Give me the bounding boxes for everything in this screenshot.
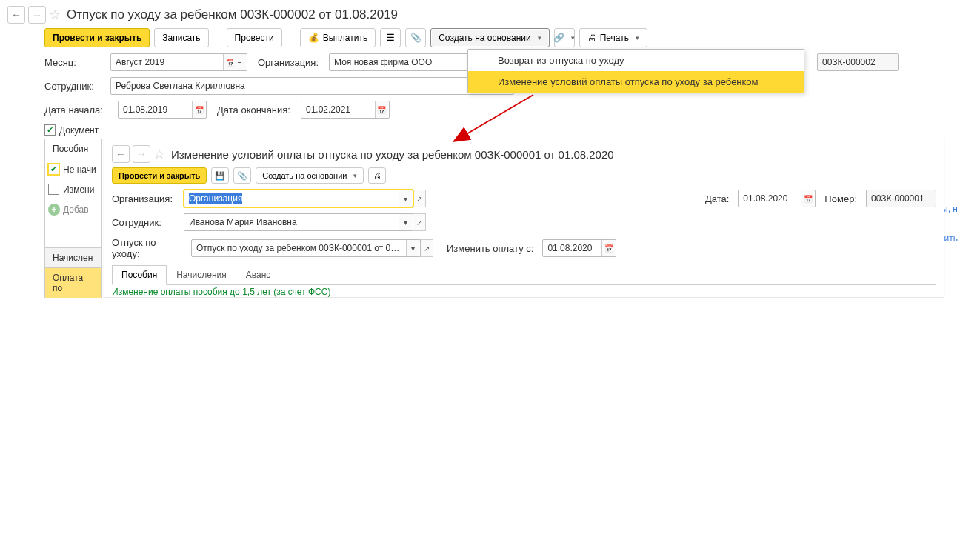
favorite-star-icon[interactable]: ☆ xyxy=(49,7,61,23)
post-button[interactable]: Провести xyxy=(227,28,282,47)
w2-back-button[interactable]: ← xyxy=(112,145,130,163)
w2-number-label: Номер: xyxy=(824,193,857,204)
create-based-dropdown: Возврат из отпуска по уходу Изменение ус… xyxy=(467,49,804,93)
dropdown-icon[interactable]: ▾ xyxy=(406,240,419,256)
dropdown-icon[interactable]: ▾ xyxy=(399,214,412,230)
start-date-label: Дата начала: xyxy=(44,104,107,116)
w2-forward-button[interactable]: → xyxy=(133,145,150,163)
w2-date-input[interactable]: 01.08.2020 📅 xyxy=(738,190,816,207)
calendar-icon[interactable]: 📅 xyxy=(601,240,615,256)
printer-icon: 🖨 xyxy=(373,171,381,180)
attach-icon-button[interactable]: 📎 xyxy=(405,28,426,47)
w2-save-icon-button[interactable]: 💾 xyxy=(211,167,229,184)
change-checkbox[interactable]: Измени xyxy=(48,184,99,195)
printer-icon: 🖨 xyxy=(587,33,596,43)
end-date-input[interactable]: 01.02.2021 📅 xyxy=(301,101,390,119)
w2-attach-icon-button[interactable]: 📎 xyxy=(233,167,251,184)
add-button-disabled: + Добав xyxy=(48,204,99,216)
calendar-icon[interactable]: 📅 xyxy=(375,101,388,118)
paperclip-icon: 📎 xyxy=(410,33,421,43)
save-icon: 💾 xyxy=(215,171,225,181)
forward-button[interactable]: → xyxy=(28,6,46,24)
w2-leave-label: Отпуск по уходу: xyxy=(112,237,182,259)
w2-create-based-button[interactable]: Создать на основании xyxy=(256,167,364,184)
create-based-on-button[interactable]: Создать на основании xyxy=(430,28,550,47)
w2-print-icon-button[interactable]: 🖨 xyxy=(368,167,386,184)
side-tab-accruals[interactable]: Начислен xyxy=(44,247,102,268)
org-input[interactable]: Моя новая фирма ООО xyxy=(329,53,473,71)
month-input[interactable]: Август 2019 📅 ÷ xyxy=(110,53,247,71)
w2-employee-input[interactable]: Иванова Мария Ивановна ▾ xyxy=(184,213,413,231)
side-tab-payment[interactable]: Оплата по xyxy=(44,267,102,298)
back-button[interactable]: ← xyxy=(7,6,25,24)
w2-date-label: Дата: xyxy=(705,193,729,204)
w2-number-display: 00ЗК-000001 xyxy=(866,190,936,207)
w2-employee-label: Сотрудник: xyxy=(112,217,175,228)
start-date-input[interactable]: 01.08.2019 📅 xyxy=(118,101,207,119)
dropdown-icon[interactable]: ▾ xyxy=(399,190,412,207)
pay-icon: 💰 xyxy=(308,33,319,43)
w2-change-from-input[interactable]: 01.08.2020 📅 xyxy=(542,239,616,257)
open-icon[interactable]: ↗ xyxy=(413,190,426,207)
number-display: 00ЗК-000002 xyxy=(817,53,899,71)
dropdown-item-change-conditions[interactable]: Изменение условий оплаты отпуска по уход… xyxy=(468,71,804,93)
w2-favorite-star-icon[interactable]: ☆ xyxy=(153,146,165,162)
list-icon-button[interactable]: ☰ xyxy=(380,28,401,47)
org-label: Организация: xyxy=(258,57,319,68)
cut-text-2: ить xyxy=(944,233,958,244)
print-button[interactable]: 🖨 Печать xyxy=(579,28,647,47)
side-tab-allowances[interactable]: Пособия xyxy=(44,139,102,159)
not-start-checkbox[interactable]: ✔ Не начи xyxy=(48,164,99,175)
link-icon: 🔗 xyxy=(553,33,564,43)
calendar-icon[interactable]: 📅 xyxy=(801,190,814,207)
w2-tab-allowances[interactable]: Пособия xyxy=(112,265,167,285)
month-label: Месяц: xyxy=(44,57,100,68)
w2-post-and-close-button[interactable]: Провести и закрыть xyxy=(112,167,207,184)
end-date-label: Дата окончания: xyxy=(217,104,290,116)
w2-leave-input[interactable]: Отпуск по уходу за ребенком 00ЗК-000001 … xyxy=(191,239,421,257)
document-checkbox[interactable]: ✔ Документ xyxy=(44,124,99,136)
employee-input[interactable]: Реброва Светлана Кирилловна xyxy=(110,77,514,95)
window2-title: Изменение условий оплаты отпуска по уход… xyxy=(171,148,614,161)
employee-label: Сотрудник: xyxy=(44,81,100,92)
pay-button[interactable]: 💰 Выплатить xyxy=(300,28,376,47)
window2: ← → ☆ Изменение условий оплаты отпуска п… xyxy=(104,139,944,298)
w2-org-label: Организация: xyxy=(112,193,175,204)
list-icon: ☰ xyxy=(387,33,395,43)
paperclip-icon: 📎 xyxy=(237,171,247,181)
plus-icon: + xyxy=(48,204,60,216)
w2-tab-advance[interactable]: Аванс xyxy=(236,265,281,284)
save-button[interactable]: Записать xyxy=(154,28,208,47)
dropdown-item-return[interactable]: Возврат из отпуска по уходу xyxy=(468,50,804,71)
w2-change-from-label: Изменить оплату с: xyxy=(447,243,533,254)
w2-section1-title: Изменение оплаты пособия до 1,5 лет (за … xyxy=(104,285,944,298)
w2-tab-accruals[interactable]: Начисления xyxy=(167,265,236,284)
spinner-icon[interactable]: ÷ xyxy=(233,54,246,70)
open-icon[interactable]: ↗ xyxy=(413,213,426,231)
open-icon[interactable]: ↗ xyxy=(420,239,433,257)
calendar-icon[interactable]: 📅 xyxy=(192,101,205,118)
link-button[interactable]: 🔗 xyxy=(554,28,575,47)
post-and-close-button[interactable]: Провести и закрыть xyxy=(44,28,150,47)
window1-title: Отпуск по уходу за ребенком 00ЗК-000002 … xyxy=(67,7,398,22)
w2-org-input[interactable]: Организация ▾ xyxy=(184,190,413,207)
